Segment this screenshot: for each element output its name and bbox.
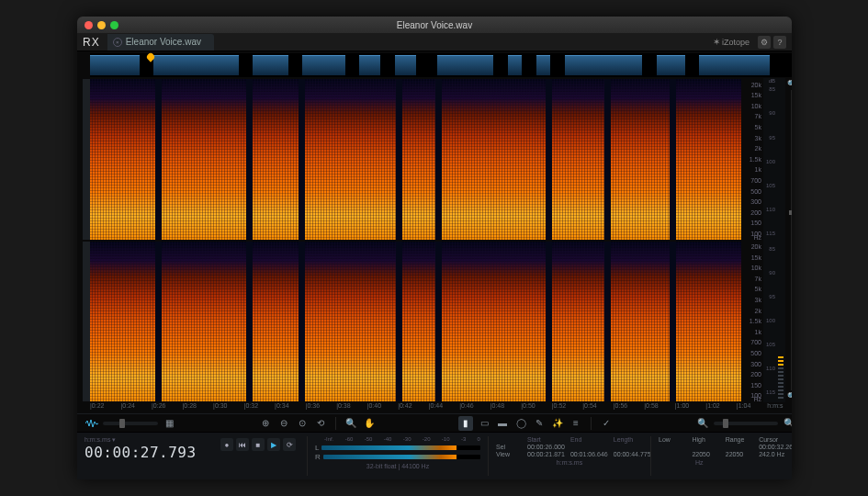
freq-tick: 20k: [751, 243, 761, 250]
meter-r: [323, 455, 480, 459]
time-tick: |0:54: [582, 402, 614, 413]
waveform-view-icon[interactable]: [85, 416, 99, 431]
spectrogram-top[interactable]: [90, 79, 741, 240]
status-bar: h:m:s.ms ▾ 00:00:27.793 ● ⏮ ■ ▶ ⟳ -Inf.-…: [77, 432, 792, 479]
time-tick: |0:58: [644, 402, 675, 413]
titlebar: Eleanor Voice.wav: [77, 17, 792, 33]
spectrogram-bottom[interactable]: [90, 242, 741, 402]
gear-icon: ⚙: [761, 38, 768, 47]
freq-tick: 5k: [755, 124, 761, 130]
brush-select-icon[interactable]: ✎: [532, 416, 547, 431]
time-tick: |1:04: [737, 402, 768, 413]
level-meters: -Inf.-60-50-40-30-20-10-30 L R 32-bit fl…: [315, 436, 480, 476]
freq-tick: 500: [750, 188, 761, 195]
time-ruler[interactable]: |0:22|0:24|0:26|0:28|0:30|0:32|0:34|0:36…: [90, 402, 792, 413]
audio-format: 32-bit float | 44100 Hz: [315, 463, 480, 469]
freq-tick: 200: [750, 371, 761, 378]
zoom-tool-icon[interactable]: 🔍: [344, 416, 358, 431]
info2-unit: Hz: [659, 459, 792, 466]
color-meter: [776, 78, 785, 402]
freq-tick: 3k: [755, 297, 761, 303]
record-button[interactable]: ●: [220, 438, 233, 451]
time-tick: |0:32: [244, 402, 276, 413]
spectrogram-view-icon[interactable]: ▦: [162, 416, 176, 431]
freq-tick: 10k: [751, 103, 761, 109]
zoom-freq-icon[interactable]: ⊖: [276, 416, 291, 431]
meter-l-label: L: [315, 444, 319, 452]
instant-process-icon[interactable]: ✓: [599, 416, 614, 431]
time-tick: |1:00: [675, 402, 706, 413]
horiz-zoom-fit-icon[interactable]: 🔍: [782, 416, 792, 431]
play-button[interactable]: ▶: [267, 438, 280, 451]
freq-tick: 7k: [755, 113, 761, 119]
zoom-sel-icon[interactable]: ⊙: [295, 416, 310, 431]
freq-select-icon[interactable]: ▬: [495, 416, 510, 431]
help-button[interactable]: ?: [773, 36, 786, 49]
freq-tick: 300: [750, 198, 761, 205]
time-tick: |0:22: [90, 402, 121, 413]
rewind-button[interactable]: ⏮: [236, 438, 249, 451]
zoom-reset-icon[interactable]: ⟲: [313, 416, 328, 431]
meter-r-label: R: [315, 453, 321, 461]
file-tab[interactable]: × Eleanor Voice.wav: [107, 34, 214, 51]
zoom-in-icon[interactable]: 🔍: [787, 80, 792, 88]
freq-tick: 2k: [755, 145, 761, 152]
time-tick: |0:48: [490, 402, 522, 413]
time-tick: |0:42: [398, 402, 429, 413]
info-unit: h:m:s.ms: [496, 459, 643, 466]
freq-tick: 15k: [751, 92, 761, 98]
opacity-slider[interactable]: [103, 422, 158, 425]
freq-tick: 700: [750, 339, 761, 345]
overview-strip[interactable]: [90, 53, 792, 77]
app-window: Eleanor Voice.wav RX × Eleanor Voice.wav…: [77, 17, 792, 479]
freq-scale: 20k15k10k7k5k3k2k1.5k1k70050030020015010…: [741, 78, 763, 402]
time-counter: 00:00:27.793: [85, 444, 213, 461]
tool-row: ▦ ⊕ ⊖ ⊙ ⟲ 🔍 ✋ ▮ ▭ ▬ ◯ ✎ ✨ ≡ ✓ 🔍: [77, 413, 792, 432]
zoom-out-icon[interactable]: 🔍: [787, 392, 792, 400]
wand-select-icon[interactable]: ✨: [550, 416, 565, 431]
freq-tick: 2k: [755, 308, 761, 314]
freq-tick: 5k: [755, 286, 761, 292]
header-bar: RX × Eleanor Voice.wav ✶ iZotope ⚙ ?: [77, 33, 792, 51]
timefreq-select-icon[interactable]: ▭: [477, 416, 491, 431]
freq-tick: 1k: [755, 329, 761, 335]
time-tick: |0:28: [183, 402, 214, 413]
zoom-time-icon[interactable]: ⊕: [258, 416, 273, 431]
freq-tick: 10k: [751, 265, 761, 271]
cursor-info: LowHighRangeCursor00:00:32.2652205022050…: [659, 436, 792, 457]
lasso-select-icon[interactable]: ◯: [513, 416, 528, 431]
freq-tick: 200: [750, 209, 761, 216]
grab-tool-icon[interactable]: ✋: [362, 416, 377, 431]
stop-button[interactable]: ■: [252, 438, 265, 451]
freq-tick: 20k: [751, 82, 761, 88]
transport-controls: ● ⏮ ■ ▶ ⟳: [220, 438, 299, 451]
close-tab-icon[interactable]: ×: [113, 38, 122, 47]
freq-tick: 700: [750, 177, 761, 184]
harmonic-select-icon[interactable]: ≡: [569, 416, 583, 431]
horiz-zoom-icon[interactable]: 🔍: [695, 416, 710, 431]
freq-tick: 3k: [755, 135, 761, 141]
settings-button[interactable]: ⚙: [758, 36, 771, 49]
window-title: Eleanor Voice.wav: [77, 20, 792, 30]
selection-info: StartEndLengthSel00:00:26.000View00:00:2…: [496, 436, 643, 457]
channel-gutter: [83, 78, 90, 402]
time-tick: |0:46: [459, 402, 490, 413]
vertical-zoom: 🔍 🔍: [785, 78, 792, 402]
loop-button[interactable]: ⟳: [283, 438, 296, 451]
main-editor: 20k15k10k7k5k3k2k1.5k1k70050030020015010…: [77, 51, 792, 479]
time-tick: |0:44: [429, 402, 460, 413]
freq-tick: 150: [750, 382, 761, 389]
time-select-icon[interactable]: ▮: [458, 416, 473, 431]
time-tick: |0:38: [336, 402, 367, 413]
freq-tick: 15k: [751, 254, 761, 261]
time-format-label[interactable]: h:m:s.ms ▾: [85, 436, 213, 444]
time-tick: |0:50: [521, 402, 552, 413]
time-tick: |0:34: [275, 402, 306, 413]
app-logo: RX: [83, 36, 100, 49]
time-tick: h:m:s: [767, 402, 792, 413]
time-tick: |0:30: [213, 402, 244, 413]
horiz-zoom-slider[interactable]: [714, 422, 778, 425]
freq-tick: 300: [750, 361, 761, 367]
meter-l: [321, 445, 480, 450]
brand-glyph-icon: ✶: [713, 37, 720, 47]
